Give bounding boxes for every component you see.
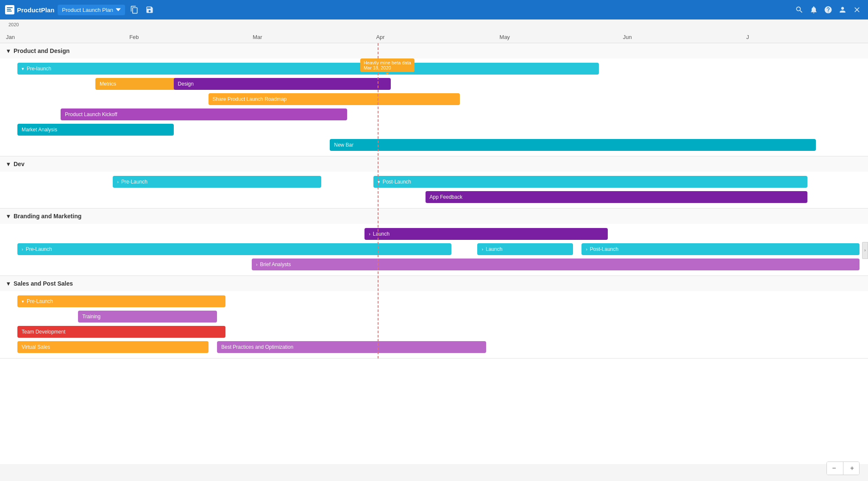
notifications-button[interactable] — [808, 4, 820, 16]
bar-new-bar[interactable]: New Bar — [330, 139, 816, 151]
bar-team-development[interactable]: Team Development — [17, 326, 226, 338]
gantt-scroll[interactable]: ▾ Product and Design ▾ Pre-launch Me — [0, 43, 868, 464]
gantt-row-branding-prelaunch: › Pre-Launch › Launch › Post-Launch — [0, 242, 868, 257]
save-button[interactable] — [144, 4, 156, 16]
gantt-row-new-bar: New Bar — [0, 137, 868, 153]
expand-icon-dev-prelaunch: › — [117, 179, 119, 184]
bar-dev-prelaunch[interactable]: › Pre-Launch — [113, 176, 321, 188]
expand-icon-branding-postlaunch: › — [586, 247, 587, 252]
sidebar-toggle[interactable]: › — [862, 242, 868, 259]
timeline-header: 2020 Jan Feb Mar Apr May Jun J Heavily m… — [0, 19, 868, 43]
bar-label-branding-postlaunch: Post-Launch — [590, 246, 618, 252]
gantt-row-training: Training — [0, 309, 868, 324]
month-feb: Feb — [128, 34, 251, 40]
bar-label-branding-prelaunch: Pre-Launch — [26, 246, 52, 252]
section-body-dev: › Pre-Launch ▾ Post-Launch App Feedback — [0, 172, 868, 208]
bar-label-kickoff: Product Launch Kickoff — [65, 111, 117, 117]
gantt-row-sales-prelaunch: ▾ Pre-Launch — [0, 294, 868, 309]
month-may: May — [498, 34, 621, 40]
section-product-design: ▾ Product and Design ▾ Pre-launch Me — [0, 43, 868, 156]
month-jan: Jan — [4, 34, 128, 40]
gantt-row-metrics: Metrics Design — [0, 76, 868, 92]
bar-design[interactable]: Design — [174, 78, 391, 90]
expand-icon-branding-prelaunch: › — [22, 247, 23, 252]
month-jul: J — [745, 34, 868, 40]
bar-app-feedback[interactable]: App Feedback — [426, 191, 807, 203]
bar-label-launch-purple: Launch — [373, 231, 389, 237]
close-button[interactable] — [851, 4, 863, 16]
bar-brief-analysts[interactable]: › Brief Analysts — [252, 259, 860, 270]
section-header-sales[interactable]: ▾ Sales and Post Sales — [0, 276, 868, 291]
main-area: 2020 Jan Feb Mar Apr May Jun J Heavily m… — [0, 19, 868, 481]
bar-training[interactable]: Training — [78, 311, 217, 323]
collapse-icon: ▾ — [22, 66, 24, 72]
gantt-container: ▾ Product and Design ▾ Pre-launch Me — [0, 43, 868, 359]
bar-dev-postlaunch[interactable]: ▾ Post-Launch — [373, 176, 807, 188]
expand-icon-launch: › — [369, 231, 370, 236]
bar-metrics[interactable]: Metrics — [95, 78, 182, 90]
gantt-row-market-analysis: Market Analysis — [0, 122, 868, 137]
bar-label-design: Design — [178, 81, 194, 87]
gantt-row-app-feedback: App Feedback — [0, 189, 868, 205]
bar-sales-prelaunch[interactable]: ▾ Pre-Launch — [17, 295, 226, 307]
brand-name: ProductPlan — [17, 6, 54, 14]
bar-kickoff[interactable]: Product Launch Kickoff — [61, 108, 347, 120]
section-body-branding: › Launch › Pre-Launch › Launch — [0, 224, 868, 275]
bar-label-team-development: Team Development — [22, 329, 65, 335]
svg-rect-0 — [7, 7, 13, 8]
bar-launch-purple[interactable]: › Launch — [364, 228, 607, 240]
bar-best-practices[interactable]: Best Practices and Optimization — [217, 341, 486, 353]
gantt-row-virtual-sales: Virtual Sales Best Practices and Optimiz… — [0, 339, 868, 355]
bar-label-best-practices: Best Practices and Optimization — [221, 344, 293, 350]
bar-virtual-sales[interactable]: Virtual Sales — [17, 341, 209, 353]
section-header-product-design[interactable]: ▾ Product and Design — [0, 43, 868, 58]
month-jun: Jun — [621, 34, 745, 40]
gantt-row-dev-prelaunch: › Pre-Launch ▾ Post-Launch — [0, 174, 868, 189]
user-button[interactable] — [837, 4, 849, 16]
plan-selector-button[interactable]: Product Launch Plan — [58, 5, 125, 15]
zoom-out-button[interactable]: − — [827, 462, 841, 475]
help-button[interactable] — [822, 4, 834, 16]
copy-button[interactable] — [128, 4, 140, 16]
section-header-branding[interactable]: ▾ Branding and Marketing — [0, 209, 868, 224]
plan-name: Product Launch Plan — [62, 7, 113, 13]
bar-label-dev-prelaunch: Pre-Launch — [121, 179, 147, 185]
month-mar: Mar — [251, 34, 374, 40]
productplan-icon — [5, 5, 14, 14]
bar-branding-prelaunch[interactable]: › Pre-Launch — [17, 243, 451, 255]
bar-share-roadmap[interactable]: Share Product Launch Roadmap — [209, 93, 460, 105]
svg-rect-2 — [7, 11, 12, 11]
search-button[interactable] — [793, 4, 805, 16]
month-apr: Apr — [374, 34, 498, 40]
bar-branding-launch[interactable]: › Launch — [477, 243, 573, 255]
chevron-down-icon: ▾ — [5, 48, 11, 54]
gantt-row-share-roadmap: Share Product Launch Roadmap — [0, 92, 868, 107]
zoom-controls: − + — [826, 462, 860, 475]
months-row: Jan Feb Mar Apr May Jun J — [0, 34, 868, 40]
section-sales: ▾ Sales and Post Sales ▾ Pre-Launch — [0, 276, 868, 359]
bar-label-virtual-sales: Virtual Sales — [22, 344, 50, 350]
gantt-row-prelaunch-header: ▾ Pre-launch — [0, 61, 868, 76]
bar-label-share-roadmap: Share Product Launch Roadmap — [213, 96, 287, 102]
expand-icon-dev-postlaunch: ▾ — [378, 179, 380, 185]
zoom-in-button[interactable]: + — [845, 462, 859, 475]
year-label: 2020 — [8, 22, 19, 27]
section-body-sales: ▾ Pre-Launch Training Team Development — [0, 291, 868, 358]
section-label-sales: Sales and Post Sales — [14, 280, 73, 287]
bar-label-training: Training — [82, 314, 100, 320]
bar-label-branding-launch: Launch — [486, 246, 502, 252]
section-header-dev[interactable]: ▾ Dev — [0, 156, 868, 172]
bar-market-analysis[interactable]: Market Analysis — [17, 124, 174, 136]
section-label-product-design: Product and Design — [14, 47, 70, 54]
section-label-branding: Branding and Marketing — [14, 213, 81, 220]
expand-icon-brief-analysts: › — [256, 262, 258, 267]
bar-label-new-bar: New Bar — [334, 142, 353, 148]
bar-branding-postlaunch[interactable]: › Post-Launch — [581, 243, 859, 255]
gantt-row-brief-analysts: › Brief Analysts — [0, 257, 868, 272]
bar-label-app-feedback: App Feedback — [430, 194, 462, 200]
bar-prelaunch[interactable]: ▾ Pre-launch — [17, 63, 599, 75]
expand-icon-branding-launch: › — [481, 247, 483, 252]
section-label-dev: Dev — [14, 161, 25, 167]
section-branding: ▾ Branding and Marketing › Launch › — [0, 209, 868, 276]
bar-label-sales-prelaunch: Pre-Launch — [27, 298, 53, 304]
